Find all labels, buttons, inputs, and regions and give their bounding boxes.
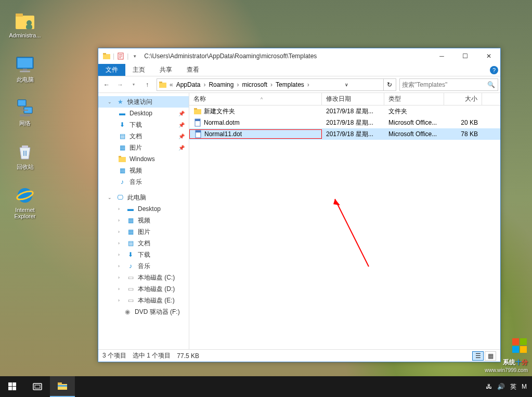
svg-rect-12: [20, 114, 30, 116]
svg-rect-3: [26, 25, 32, 29]
tab-file[interactable]: 文件: [98, 64, 125, 76]
tray-network-icon[interactable]: 🖧: [486, 383, 492, 390]
file-date: 2017/9/18 星期...: [322, 130, 384, 139]
tray-volume-icon[interactable]: 🔊: [497, 383, 505, 390]
tray-ime-mode[interactable]: M: [522, 383, 527, 390]
breadcrumb-seg[interactable]: Roaming: [206, 81, 236, 88]
titlebar[interactable]: | | ▼ C:\Users\Administrator\AppData\Roa…: [98, 48, 500, 64]
column-date[interactable]: 修改日期: [322, 93, 384, 105]
sidebar-item-desktop[interactable]: ▬Desktop📌: [98, 108, 189, 119]
collapse-icon[interactable]: ⌄: [108, 99, 113, 104]
recent-dropdown[interactable]: ▾: [127, 78, 140, 91]
chevron-right-icon[interactable]: ›: [269, 81, 274, 88]
system-tray[interactable]: 🖧 🔊 英 M: [486, 382, 532, 391]
expand-icon[interactable]: ›: [118, 218, 123, 223]
desktop-icon-ie[interactable]: Internet Explorer: [5, 185, 45, 221]
breadcrumb-seg[interactable]: Templates: [274, 81, 306, 88]
sidebar-item-desktop[interactable]: ›▬Desktop: [98, 203, 189, 215]
sidebar-item-downloads[interactable]: ⬇下载📌: [98, 119, 189, 130]
ribbon: 文件 主页 共享 查看 ?: [98, 64, 500, 76]
status-selection: 选中 1 个项目: [133, 351, 171, 360]
sidebar-item-music[interactable]: ♪音乐: [98, 176, 189, 188]
overflow-chevron[interactable]: «: [168, 81, 174, 88]
help-button[interactable]: ?: [488, 64, 500, 76]
sidebar-item-dvd[interactable]: ◉DVD 驱动器 (F:): [98, 306, 189, 317]
expand-icon[interactable]: ›: [118, 252, 123, 257]
sidebar-item-pictures[interactable]: ▦图片📌: [98, 142, 189, 153]
qat-properties-icon[interactable]: [115, 51, 126, 61]
folder-icon: [101, 51, 112, 61]
collapse-icon[interactable]: ⌄: [108, 195, 113, 200]
breadcrumb[interactable]: « AppData › Roaming › microsoft › Templa…: [157, 78, 396, 91]
search-input[interactable]: [402, 81, 487, 88]
task-view-button[interactable]: [25, 376, 50, 397]
search-box[interactable]: 🔍: [399, 78, 498, 91]
addressbar-dropdown[interactable]: ∨: [341, 79, 353, 90]
file-rows[interactable]: 新建文件夹 2017/9/18 星期... 文件夹 Normal.dotm 20…: [189, 105, 500, 349]
sidebar-item-music[interactable]: ›♪音乐: [98, 260, 189, 272]
svg-rect-32: [520, 338, 527, 345]
file-name: Normal11.dot: [204, 130, 242, 138]
desktop-icon-this-pc[interactable]: 此电脑: [5, 54, 45, 90]
sidebar-item-disk-e[interactable]: ›▭本地磁盘 (E:): [98, 295, 189, 306]
start-button[interactable]: [0, 376, 25, 397]
sidebar-item-disk-d[interactable]: ›▭本地磁盘 (D:): [98, 283, 189, 295]
sidebar-item-documents[interactable]: ›▤文档: [98, 237, 189, 249]
sidebar-item-videos[interactable]: ▦视频: [98, 165, 189, 176]
svg-rect-40: [35, 385, 40, 388]
drive-icon: ▭: [126, 273, 135, 282]
expand-icon[interactable]: ›: [118, 206, 123, 211]
file-row-folder[interactable]: 新建文件夹 2017/9/18 星期... 文件夹: [189, 105, 500, 117]
tab-share[interactable]: 共享: [152, 64, 179, 76]
chevron-right-icon[interactable]: ›: [202, 81, 206, 88]
desktop-icon-recycle-bin[interactable]: 回收站: [5, 141, 45, 178]
taskbar[interactable]: 🖧 🔊 英 M: [0, 376, 532, 397]
chevron-right-icon[interactable]: ›: [236, 81, 240, 88]
sidebar-this-pc[interactable]: ⌄ 🖵 此电脑: [98, 192, 189, 203]
svg-rect-13: [22, 145, 28, 148]
up-button[interactable]: ↑: [141, 78, 153, 91]
sidebar-quick-access[interactable]: ⌄ ★ 快速访问: [98, 96, 189, 108]
tab-home[interactable]: 主页: [125, 64, 152, 76]
close-button[interactable]: ✕: [477, 48, 500, 64]
forward-button[interactable]: →: [114, 78, 126, 91]
expand-icon[interactable]: ›: [118, 286, 123, 292]
breadcrumb-seg[interactable]: microsoft: [240, 81, 269, 88]
column-name[interactable]: 名称^: [189, 93, 322, 105]
refresh-button[interactable]: ↻: [383, 79, 395, 90]
file-row-dot[interactable]: Normal11.dot 2017/9/18 星期... Microsoft O…: [189, 128, 500, 140]
sidebar-item-windows[interactable]: Windows: [98, 153, 189, 165]
breadcrumb-seg[interactable]: AppData: [174, 81, 203, 88]
maximize-button[interactable]: ☐: [453, 48, 477, 64]
address-bar: ← → ▾ ↑ « AppData › Roaming › microsoft …: [98, 76, 500, 93]
desktop-icon-administrator[interactable]: Administra...: [5, 10, 45, 47]
svg-rect-34: [520, 346, 527, 353]
tray-ime-lang[interactable]: 英: [510, 382, 516, 391]
navigation-pane[interactable]: ⌄ ★ 快速访问 ▬Desktop📌 ⬇下载📌 ▤文档📌 ▦图片📌 Window…: [98, 93, 189, 349]
minimize-button[interactable]: ─: [430, 48, 453, 64]
chevron-right-icon[interactable]: ›: [306, 81, 310, 88]
desktop-icon-network[interactable]: 网络: [5, 98, 45, 134]
sidebar-item-documents[interactable]: ▤文档📌: [98, 130, 189, 142]
column-size[interactable]: 大小: [444, 93, 482, 105]
expand-icon[interactable]: ›: [118, 275, 123, 280]
expand-icon[interactable]: ›: [118, 241, 123, 246]
back-button[interactable]: ←: [100, 78, 113, 91]
sidebar-item-pictures[interactable]: ›▦图片: [98, 226, 189, 237]
sidebar-item-videos[interactable]: ›▦视频: [98, 215, 189, 226]
sidebar-item-disk-c[interactable]: ›▭本地磁盘 (C:): [98, 272, 189, 283]
svg-rect-39: [33, 383, 42, 390]
expand-icon[interactable]: ›: [118, 298, 123, 303]
sidebar-item-downloads[interactable]: ›⬇下载: [98, 249, 189, 260]
expand-icon[interactable]: ›: [118, 229, 123, 234]
tab-view[interactable]: 查看: [179, 64, 206, 76]
expand-icon[interactable]: ›: [118, 263, 123, 269]
file-row-dotm[interactable]: Normal.dotm 2017/9/18 星期... Microsoft Of…: [189, 117, 500, 128]
qat-dropdown-icon[interactable]: ▼: [129, 51, 140, 61]
taskbar-explorer[interactable]: [50, 376, 75, 397]
search-icon[interactable]: 🔍: [487, 81, 496, 88]
column-type[interactable]: 类型: [384, 93, 444, 105]
star-icon: ★: [116, 98, 124, 106]
svg-rect-6: [23, 69, 27, 71]
details-view-button[interactable]: ☰: [472, 351, 484, 361]
